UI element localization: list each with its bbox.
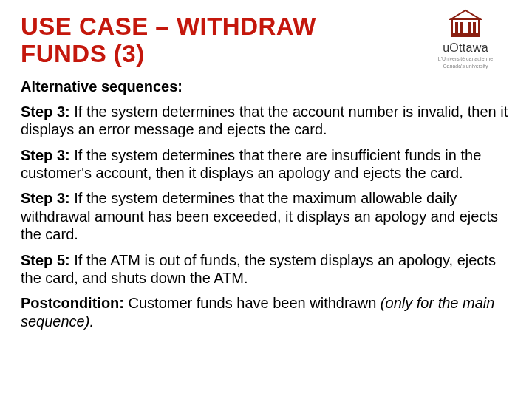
- logo-subtitle-1: L'Université canadienne: [421, 56, 510, 62]
- logo-text: uOttawa: [421, 41, 510, 55]
- step-item: Step 3: If the system determines that th…: [21, 189, 511, 243]
- step-item: Postcondition: Customer funds have been …: [21, 294, 511, 330]
- building-icon: [449, 9, 482, 38]
- step-text: If the system determines that there are …: [21, 147, 481, 181]
- svg-marker-6: [451, 10, 480, 19]
- step-text: If the ATM is out of funds, the system d…: [21, 252, 496, 286]
- step-label: Step 5:: [21, 252, 70, 268]
- slide-title: USE CASE – WITHDRAW FUNDS (3): [21, 13, 361, 68]
- svg-rect-5: [473, 22, 476, 33]
- step-text: If the system determines that the accoun…: [21, 103, 508, 137]
- step-text: Customer funds have been withdrawn: [124, 295, 381, 311]
- step-item: Step 3: If the system determines that th…: [21, 146, 511, 183]
- logo-subtitle-2: Canada's university: [421, 64, 510, 69]
- step-item: Step 5: If the ATM is out of funds, the …: [21, 251, 511, 287]
- step-item: Step 3: If the system determines that th…: [21, 103, 511, 139]
- step-text: If the system determines that the maximu…: [21, 190, 498, 242]
- svg-rect-3: [460, 22, 463, 33]
- step-label: Postcondition:: [21, 295, 124, 311]
- step-label: Step 3:: [21, 147, 70, 163]
- university-logo: uOttawa L'Université canadienne Canada's…: [421, 9, 510, 69]
- subtitle: Alternative sequences:: [21, 78, 511, 95]
- svg-rect-2: [455, 22, 458, 33]
- step-label: Step 3:: [21, 190, 70, 206]
- svg-rect-4: [468, 22, 471, 33]
- step-label: Step 3:: [21, 103, 70, 120]
